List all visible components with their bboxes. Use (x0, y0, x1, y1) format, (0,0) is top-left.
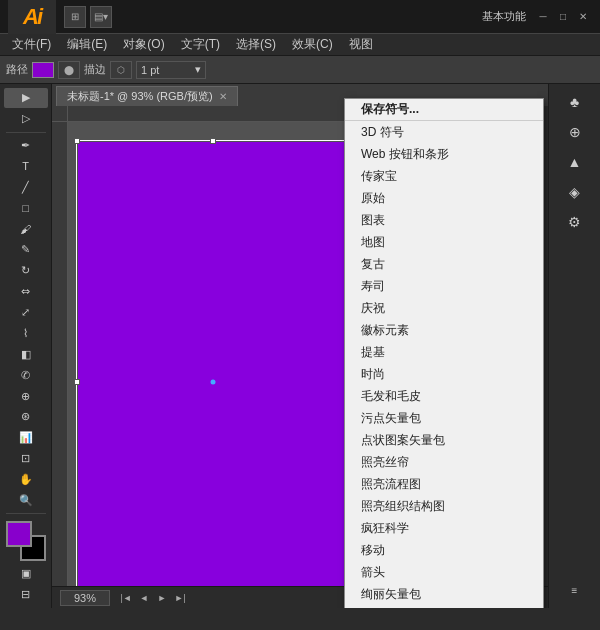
menu-logo-elements[interactable]: 徽标元素 (345, 319, 543, 341)
menu-tiki[interactable]: 提基 (345, 341, 543, 363)
menu-web-buttons[interactable]: Web 按钮和条形 (345, 143, 543, 165)
artboard-tool[interactable]: ⊡ (4, 449, 48, 469)
canvas-area: 未标题-1* @ 93% (RGB/预览) ✕ (52, 84, 548, 608)
options-icon2[interactable]: ⬡ (110, 61, 132, 79)
foreground-color[interactable] (6, 521, 32, 547)
menu-silk-curtain[interactable]: 照亮丝帘 (345, 451, 543, 473)
line-tool[interactable]: ╱ (4, 177, 48, 197)
gradient-tool[interactable]: ◧ (4, 344, 48, 364)
right-panel-btn-5[interactable]: ⚙ (553, 208, 597, 236)
zoom-tool[interactable]: 🔍 (4, 490, 48, 510)
artboard (78, 142, 348, 586)
options-icon1[interactable]: ⬤ (58, 61, 80, 79)
menu-map[interactable]: 地图 (345, 231, 543, 253)
color-swatch[interactable] (32, 62, 54, 78)
path-label: 路径 (6, 62, 28, 77)
handle-top-left[interactable] (74, 138, 80, 144)
menu-file[interactable]: 文件(F) (4, 34, 59, 56)
workspace-label: 基本功能 (482, 9, 526, 24)
shape-tool[interactable]: □ (4, 198, 48, 218)
eyedropper-tool[interactable]: ✆ (4, 365, 48, 385)
menu-save-symbol[interactable]: 保存符号... (345, 99, 543, 121)
menu-view[interactable]: 视图 (341, 34, 381, 56)
tab-close[interactable]: ✕ (219, 91, 227, 102)
menu-web-icons[interactable]: 网页图标 (345, 605, 543, 608)
rotate-tool[interactable]: ↻ (4, 261, 48, 281)
handle-mid-left[interactable] (74, 379, 80, 385)
menu-mobile[interactable]: 移动 (345, 539, 543, 561)
menu-gorgeous-vector[interactable]: 绚丽矢量包 (345, 583, 543, 605)
right-panel-btn-2[interactable]: ⊕ (553, 118, 597, 146)
nav-controls: |◄ ◄ ► ►| (118, 590, 188, 606)
nav-prev[interactable]: ◄ (136, 590, 152, 606)
grid-icon[interactable]: ⊞ (64, 6, 86, 28)
scale-tool[interactable]: ⤢ (4, 303, 48, 323)
menu-retro[interactable]: 复古 (345, 253, 543, 275)
direct-select-tool[interactable]: ▷ (4, 109, 48, 129)
menu-dot-pattern[interactable]: 点状图案矢量包 (345, 429, 543, 451)
select-tool[interactable]: ▶ (4, 88, 48, 108)
menu-hair-fur[interactable]: 毛发和毛皮 (345, 385, 543, 407)
menu-original[interactable]: 原始 (345, 187, 543, 209)
menu-orgchart[interactable]: 照亮组织结构图 (345, 495, 543, 517)
mirror-tool[interactable]: ⇔ (4, 282, 48, 302)
screen-mode[interactable]: ⊟ (4, 584, 48, 604)
menu-bar: 文件(F) 编辑(E) 对象(O) 文字(T) 选择(S) 效果(C) 视图 (0, 34, 600, 56)
menu-sushi[interactable]: 寿司 (345, 275, 543, 297)
right-panel-btn-4[interactable]: ◈ (553, 178, 597, 206)
warp-tool[interactable]: ⌇ (4, 323, 48, 343)
type-tool[interactable]: T (4, 156, 48, 176)
options-bar: 路径 ⬤ 描边 ⬡ 1 pt▾ (0, 56, 600, 84)
close-button[interactable]: ✕ (574, 8, 592, 26)
menu-fashion[interactable]: 时尚 (345, 363, 543, 385)
maximize-button[interactable]: □ (554, 8, 572, 26)
hand-tool[interactable]: ✋ (4, 470, 48, 490)
menu-flowchart[interactable]: 照亮流程图 (345, 473, 543, 495)
menu-grunge-vector[interactable]: 污点矢量包 (345, 407, 543, 429)
ruler-corner (52, 106, 68, 122)
color-pair (6, 521, 46, 554)
left-ruler (52, 122, 68, 586)
symbol-tool[interactable]: ⊛ (4, 407, 48, 427)
canvas-content (78, 142, 348, 586)
window-controls: ─ □ ✕ (534, 8, 592, 26)
right-panel-btn-1[interactable]: ♣ (553, 88, 597, 116)
right-panel-btn-3[interactable]: ▲ (553, 148, 597, 176)
pencil-tool[interactable]: ✎ (4, 240, 48, 260)
column-chart-tool[interactable]: 📊 (4, 428, 48, 448)
nav-last[interactable]: ►| (172, 590, 188, 606)
canvas-tab[interactable]: 未标题-1* @ 93% (RGB/预览) ✕ (56, 86, 238, 106)
menu-heirloom[interactable]: 传家宝 (345, 165, 543, 187)
minimize-button[interactable]: ─ (534, 8, 552, 26)
title-icons: ⊞ ▤▾ (64, 6, 112, 28)
menu-3d-symbol[interactable]: 3D 符号 (345, 121, 543, 143)
menu-select[interactable]: 选择(S) (228, 34, 284, 56)
right-panel: ♣ ⊕ ▲ ◈ ⚙ ≡ (548, 84, 600, 608)
stroke-dropdown[interactable]: 1 pt▾ (136, 61, 206, 79)
view-icon[interactable]: ▤▾ (90, 6, 112, 28)
separator2 (6, 513, 46, 514)
menu-edit[interactable]: 编辑(E) (59, 34, 115, 56)
menu-text[interactable]: 文字(T) (173, 34, 228, 56)
menu-celebrate[interactable]: 庆祝 (345, 297, 543, 319)
title-bar: Ai ⊞ ▤▾ 基本功能 ─ □ ✕ (0, 0, 600, 34)
handle-top-mid[interactable] (210, 138, 216, 144)
right-panel-btn-layers[interactable]: ≡ (553, 576, 597, 604)
menu-mad-science[interactable]: 疯狂科学 (345, 517, 543, 539)
stroke-label: 描边 (84, 62, 106, 77)
menu-chart[interactable]: 图表 (345, 209, 543, 231)
nav-first[interactable]: |◄ (118, 590, 134, 606)
paintbrush-tool[interactable]: 🖌 (4, 219, 48, 239)
nav-next[interactable]: ► (154, 590, 170, 606)
menu-arrows[interactable]: 箭头 (345, 561, 543, 583)
selection-handles (76, 140, 350, 586)
blend-tool[interactable]: ⊕ (4, 386, 48, 406)
draw-mode[interactable]: ▣ (4, 563, 48, 583)
menu-object[interactable]: 对象(O) (115, 34, 172, 56)
left-toolbar: ▶ ▷ ✒ T ╱ □ 🖌 ✎ ↻ ⇔ ⤢ ⌇ ◧ ✆ ⊕ ⊛ 📊 ⊡ ✋ 🔍 … (0, 84, 52, 608)
pen-tool[interactable]: ✒ (4, 136, 48, 156)
logo-text: Ai (23, 4, 41, 30)
menu-effect[interactable]: 效果(C) (284, 34, 341, 56)
center-dot (211, 380, 216, 385)
app-logo: Ai (8, 0, 56, 34)
